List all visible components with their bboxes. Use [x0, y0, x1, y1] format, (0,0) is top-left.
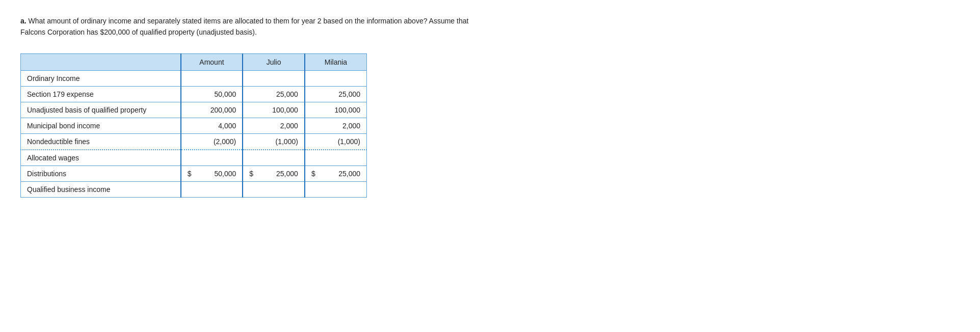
row-amount-unadjusted: 200,000 [181, 102, 243, 118]
col-header-julio: Julio [243, 53, 305, 70]
table-row: Distributions $ 50,000 $ 25,000 $ 25,000 [21, 165, 367, 181]
row-julio-qbi [243, 181, 305, 197]
row-amount-section179: 50,000 [181, 86, 243, 102]
row-amount-municipal: 4,000 [181, 118, 243, 133]
row-label-distributions: Distributions [21, 165, 181, 181]
col-header-amount: Amount [181, 53, 243, 70]
row-milania-ordinary-income [305, 70, 367, 86]
row-julio-section179: 25,000 [243, 86, 305, 102]
row-julio-allocated-wages [243, 150, 305, 166]
row-milania-qbi [305, 181, 367, 197]
table-row: Allocated wages [21, 150, 367, 166]
question-text: a. What amount of ordinary income and se… [20, 15, 479, 38]
row-label-unadjusted: Unadjusted basis of qualified property [21, 102, 181, 118]
row-label-ordinary-income: Ordinary Income [21, 70, 181, 86]
row-julio-municipal: 2,000 [243, 118, 305, 133]
row-amount-nondeductible: (2,000) [181, 133, 243, 150]
julio-value-distributions: 25,000 [276, 170, 298, 178]
row-label-section179: Section 179 expense [21, 86, 181, 102]
row-julio-unadjusted: 100,000 [243, 102, 305, 118]
row-julio-distributions: $ 25,000 [243, 165, 305, 181]
row-milania-nondeductible: (1,000) [305, 133, 367, 150]
row-label-municipal: Municipal bond income [21, 118, 181, 133]
row-milania-distributions: $ 25,000 [305, 165, 367, 181]
col-header-milania: Milania [305, 53, 367, 70]
table-row: Ordinary Income [21, 70, 367, 86]
row-milania-allocated-wages [305, 150, 367, 166]
dollar-sign-amount: $ [188, 170, 192, 178]
main-table: Amount Julio Milania Ordinary Income Sec… [20, 53, 367, 198]
row-milania-unadjusted: 100,000 [305, 102, 367, 118]
row-julio-nondeductible: (1,000) [243, 133, 305, 150]
row-amount-ordinary-income [181, 70, 243, 86]
col-header-label [21, 53, 181, 70]
milania-value-distributions: 25,000 [338, 170, 360, 178]
table-row: Section 179 expense 50,000 25,000 25,000 [21, 86, 367, 102]
row-label-nondeductible: Nondeductible fines [21, 133, 181, 150]
table-row: Nondeductible fines (2,000) (1,000) (1,0… [21, 133, 367, 150]
row-amount-allocated-wages [181, 150, 243, 166]
table-row: Unadjusted basis of qualified property 2… [21, 102, 367, 118]
row-label-qbi: Qualified business income [21, 181, 181, 197]
amount-value-distributions: 50,000 [214, 170, 236, 178]
dollar-sign-julio: $ [249, 170, 253, 178]
row-amount-distributions: $ 50,000 [181, 165, 243, 181]
table-body: Ordinary Income Section 179 expense 50,0… [21, 70, 367, 197]
question-body: What amount of ordinary income and separ… [20, 17, 468, 36]
table-container: Amount Julio Milania Ordinary Income Sec… [20, 53, 367, 198]
row-milania-municipal: 2,000 [305, 118, 367, 133]
table-header-row: Amount Julio Milania [21, 53, 367, 70]
table-row: Qualified business income [21, 181, 367, 197]
row-amount-qbi [181, 181, 243, 197]
row-milania-section179: 25,000 [305, 86, 367, 102]
table-row: Municipal bond income 4,000 2,000 2,000 [21, 118, 367, 133]
question-label: a. [20, 17, 27, 25]
row-julio-ordinary-income [243, 70, 305, 86]
dollar-sign-milania: $ [311, 170, 315, 178]
row-label-allocated-wages: Allocated wages [21, 150, 181, 166]
